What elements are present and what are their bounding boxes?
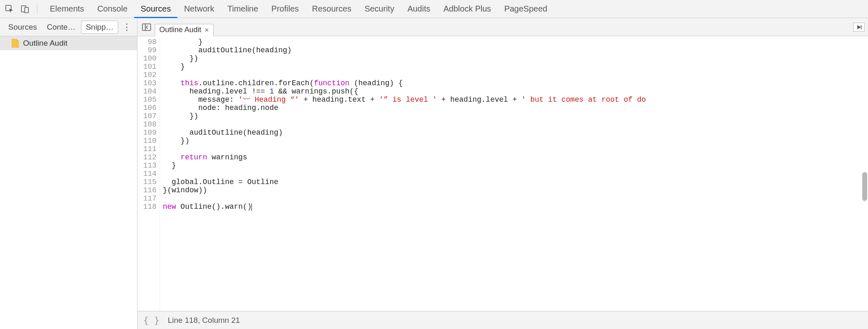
sidebar-tabs: SourcesConte…Snipp…⋮: [0, 18, 137, 36]
devtools-panel-tabs: ElementsConsoleSourcesNetworkTimelinePro…: [43, 0, 554, 18]
sidebar-tab-sources[interactable]: Sources: [4, 21, 41, 33]
sidebar-tab-conte[interactable]: Conte…: [43, 21, 80, 33]
editor-panel: Outline Audit× 98 99 100 101 102 103 104…: [137, 18, 868, 329]
devtools-toolbar: ElementsConsoleSourcesNetworkTimelinePro…: [0, 0, 868, 18]
close-tab-icon[interactable]: ×: [205, 26, 209, 34]
panel-tab-timeline[interactable]: Timeline: [221, 0, 265, 18]
editor-scrollbar-thumb[interactable]: [862, 172, 867, 201]
editor-status-bar: { } Line 118, Column 21: [137, 311, 868, 329]
device-mode-icon[interactable]: [19, 3, 31, 15]
panel-tab-security[interactable]: Security: [358, 0, 401, 18]
pretty-print-button[interactable]: { }: [143, 315, 160, 325]
toggle-navigator-icon[interactable]: [141, 21, 152, 33]
toolbar-separator: [37, 4, 37, 14]
editor-code[interactable]: } auditOutline(heading) }) } this.outlin…: [160, 36, 868, 311]
file-tabs-bar: Outline Audit×: [137, 18, 868, 36]
open-file-tab-label: Outline Audit: [159, 26, 201, 34]
svg-rect-2: [25, 7, 28, 13]
code-editor[interactable]: 98 99 100 101 102 103 104 105 106 107 10…: [137, 36, 868, 311]
open-file-tab[interactable]: Outline Audit×: [155, 24, 214, 36]
editor-gutter: 98 99 100 101 102 103 104 105 106 107 10…: [137, 36, 160, 311]
panel-tab-profiles[interactable]: Profiles: [265, 0, 305, 18]
sources-sidebar: SourcesConte…Snipp…⋮ Outline Audit: [0, 18, 137, 329]
panel-tab-pagespeed[interactable]: PageSpeed: [498, 0, 554, 18]
snippet-file-item[interactable]: Outline Audit: [0, 36, 137, 50]
inspect-element-icon[interactable]: [3, 3, 16, 15]
panel-tab-elements[interactable]: Elements: [43, 0, 91, 18]
panel-tab-resources[interactable]: Resources: [305, 0, 358, 18]
cursor-position-label: Line 118, Column 21: [168, 316, 240, 325]
run-snippet-button[interactable]: [853, 23, 865, 32]
snippet-file-icon: [12, 39, 19, 48]
panel-tab-sources[interactable]: Sources: [134, 0, 177, 18]
panel-tab-console[interactable]: Console: [91, 0, 134, 18]
sidebar-more-menu-icon[interactable]: ⋮: [120, 23, 134, 32]
panel-tab-audits[interactable]: Audits: [401, 0, 437, 18]
sidebar-file-tree: Outline Audit: [0, 36, 137, 329]
panel-tab-network[interactable]: Network: [177, 0, 221, 18]
sidebar-tab-snipp[interactable]: Snipp…: [81, 21, 118, 34]
snippet-file-label: Outline Audit: [23, 39, 67, 48]
workspace: SourcesConte…Snipp…⋮ Outline Audit Outli…: [0, 18, 868, 329]
panel-tab-adblock-plus[interactable]: Adblock Plus: [437, 0, 498, 18]
